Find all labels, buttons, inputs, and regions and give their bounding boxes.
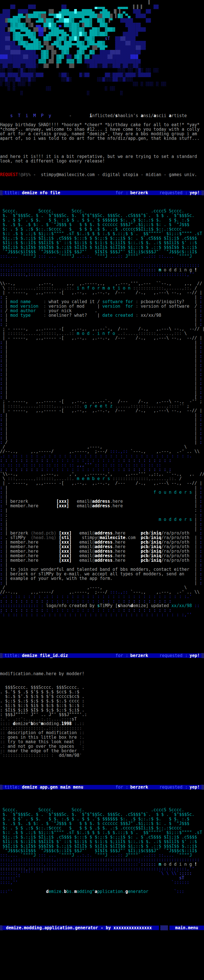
- for-label: for :: [114, 191, 130, 195]
- intro-text: Happy birthday SHAO!!!! *hooray* *cheer*…: [0, 118, 204, 172]
- titlebar-fileid: ▒ title: demize file_id.diz for : berzer…: [0, 653, 204, 658]
- artist-line: s T i M P y - inflicted/shaolin's ansi/a…: [0, 113, 204, 118]
- status-bar-menu-label: main.menu: [169, 926, 204, 930]
- bar-edge-icon: ▒: [201, 191, 204, 195]
- status-bar-title: demize.modding.application.generator - b…: [3, 926, 159, 930]
- for-value: berzerk: [130, 191, 158, 195]
- demize-logo-art: Scccc. Scccc. Sccc. .ccccS Scccc. $. `$"…: [0, 209, 204, 259]
- appgen-title: :::'' demize.bbs.modding^application.gen…: [0, 889, 204, 894]
- ansi-screen: ▌ ▒▒ ▒▒▒ ▒▒ ▄▄▄▄ ▄▄▄▄ ▌▐ ▌ ▒▒ ▒▒▒ ▒▒▒▒ ▄…: [0, 0, 204, 980]
- for-label: for :: [114, 653, 130, 658]
- greetz-box: ; - -----,___,..----- -[___,.--,.__,..--…: [0, 399, 204, 454]
- requested-value: yep!: [190, 785, 201, 789]
- appgen-logo-art: Scccc. Scccc. Sccc. .ccccS Scccc. $. `$"…: [0, 808, 204, 858]
- bar-edge-icon: ▒: [0, 653, 3, 658]
- requested-label: requested :: [158, 653, 190, 658]
- modding-banner: ::::,::::::::::::::::,::::::::::::::::::…: [0, 259, 204, 277]
- title-value: demize nfo file: [22, 191, 113, 195]
- appgen-banner: ::::,::::::::::::::::,::::::::::::::::::…: [0, 858, 204, 889]
- menu-item-apply-as-modder[interactable]: [0, 903, 204, 907]
- requested-label: requested :: [158, 785, 190, 789]
- titlebar-nfo: ▒ title: demize nfo file for : berzerk r…: [0, 191, 204, 195]
- information-box: \\--.,_________,.---,_____,.,__,.-----,.…: [0, 277, 204, 399]
- requested-value: yep!: [190, 191, 201, 195]
- title-value: demize file_id.diz: [22, 653, 113, 658]
- sti-logo-art: ▌ ▒▒ ▒▒▒ ▒▒ ▄▄▄▄ ▄▄▄▄ ▌▐ ▌ ▒▒ ▒▒▒ ▒▒▒▒ ▄…: [0, 0, 204, 113]
- for-value: berzerk: [130, 653, 158, 658]
- menu-item-quit-app-gen[interactable]: [0, 916, 204, 921]
- bar-gap-icon: ▒▒▒: [159, 926, 169, 930]
- titlebar-appgen: ▒ title: demize app.gen main menu for : …: [0, 785, 204, 789]
- bar-edge-icon: ▒: [0, 191, 3, 195]
- title-label: title:: [3, 785, 22, 789]
- bar-edge-icon: ▒: [201, 785, 204, 789]
- menu-item-apply-as-distro[interactable]: [0, 907, 204, 912]
- request-line: REQUEST!@#$% - _stimpy@mailexcite.com - …: [0, 172, 204, 177]
- for-label: for :: [114, 785, 130, 789]
- requested-value: yep!: [190, 653, 201, 658]
- status-bar: ▒ demize.modding.application.generator -…: [0, 926, 204, 930]
- for-value: berzerk: [130, 785, 158, 789]
- fileid-box: modification.name.here by modder! $$$Scc…: [0, 658, 204, 762]
- title-label: title:: [3, 191, 22, 195]
- bar-edge-icon: ▒: [201, 653, 204, 658]
- bar-edge-icon: ▒: [0, 785, 3, 789]
- title-label: title:: [3, 653, 22, 658]
- bar-edge-icon: ▒: [0, 926, 3, 930]
- title-value: demize app.gen main menu: [22, 785, 113, 789]
- members-box: .: : :: : : : : .: : : : : : : : : : : :…: [0, 454, 204, 631]
- requested-label: requested :: [158, 191, 190, 195]
